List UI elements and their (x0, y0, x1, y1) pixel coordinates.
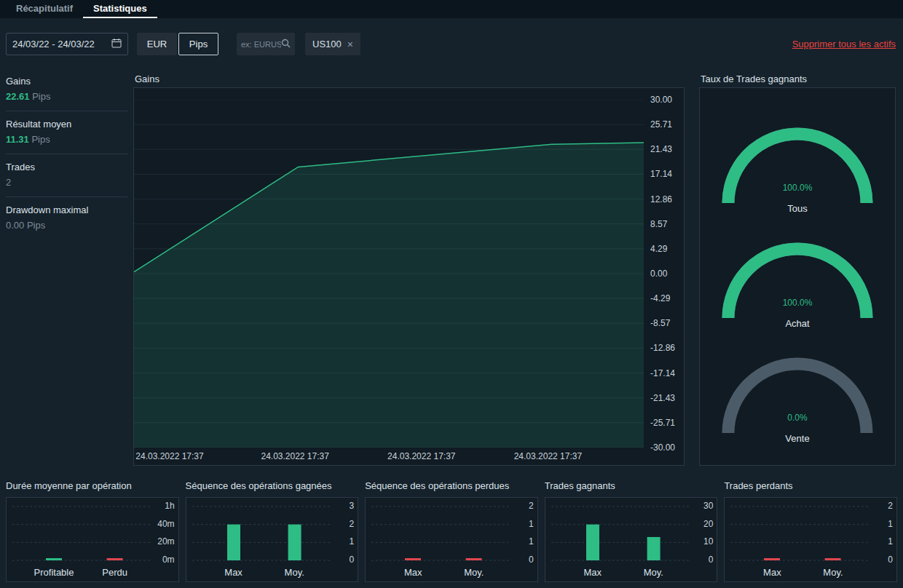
toolbar: 24/03/22 - 24/03/22 EUR Pips US100 × Sup… (6, 33, 896, 55)
date-range-input[interactable]: 24/03/22 - 24/03/22 (6, 33, 128, 55)
search-box[interactable] (237, 33, 295, 55)
mini-y-axis: 2110 (872, 502, 893, 566)
gauge-percentage: 0.0% (714, 413, 881, 423)
mini-chart-box: 3020100 MaxMoy. (545, 497, 718, 582)
stat-unit: Pips (31, 134, 50, 145)
clear-assets-link[interactable]: Supprimer tous les actifs (792, 39, 896, 49)
gauge-percentage: 100.0% (714, 298, 881, 308)
gains-x-axis: 24.03.2022 17:3724.03.2022 17:3724.03.20… (134, 448, 644, 465)
panel-trades-gagnants: Trades gagnants 3020100 MaxMoy. (545, 480, 718, 582)
gauge-label: Tous (714, 203, 881, 214)
panel-trades-perdants: Trades perdants 2110 MaxMoy. (724, 480, 897, 582)
mini-chart-box: 3210 MaxMoy. (186, 497, 359, 582)
mini-y-axis: 3210 (334, 502, 354, 566)
gauges-panel-title: Taux de Trades gagnants (701, 74, 807, 84)
stat-unit: Pips (32, 91, 50, 102)
asset-chip-label: US100 (312, 39, 342, 49)
mini-chart-box: 2110 MaxMoy. (365, 497, 538, 582)
mini-y-axis: 2110 (513, 502, 534, 566)
stat-label: Résultat moyen (6, 119, 127, 130)
win-rate-gauges-panel: 100.0% Tous 100.0% Achat 0.0% Vente (699, 87, 896, 466)
stat-drawdown-maximal: Drawdown maximal 0.00 Pips (6, 197, 127, 239)
mini-bar-chart (192, 502, 331, 566)
stat-label: Trades (6, 162, 127, 172)
mini-x-axis: ProfitablePerdu (12, 565, 151, 581)
calendar-icon[interactable] (111, 38, 122, 50)
stat-unit: Pips (27, 220, 45, 231)
mini-bar-chart (551, 502, 690, 566)
search-icon[interactable] (281, 39, 291, 50)
mini-x-axis: MaxMoy. (371, 565, 510, 581)
stat-resultat-moyen: Résultat moyen 11.31 Pips (6, 111, 127, 154)
mini-chart-title: Séquence des opérations gagnées (186, 480, 359, 492)
trading-statistics-app: { "colors": { "green": "#2ebd85", "red":… (0, 0, 903, 588)
mini-chart-box: 2110 MaxMoy. (724, 497, 897, 582)
gains-chart-title: Gains (135, 74, 159, 84)
gauge-vente: 0.0% Vente (714, 351, 881, 448)
mini-bar-chart (12, 502, 151, 566)
mini-chart-title: Trades perdants (724, 480, 897, 492)
gauge-percentage: 100.0% (714, 183, 881, 193)
stat-value: 22.61 (6, 91, 30, 102)
search-input[interactable] (241, 40, 281, 49)
gains-y-axis: 30.0025.7121.4317.1412.868.574.290.00-4.… (644, 100, 684, 448)
mini-y-axis: 1h40m20m0m (154, 502, 175, 566)
mini-chart-box: 1h40m20m0m ProfitablePerdu (6, 497, 179, 582)
stat-value: 0.00 (6, 220, 24, 231)
stat-label: Drawdown maximal (6, 204, 127, 215)
panel-duree-moyenne: Durée moyenne par opération 1h40m20m0m P… (6, 480, 179, 582)
gauge-tous: 100.0% Tous (714, 122, 881, 218)
panel-sequence-gagnees: Séquence des opérations gagnées 3210 Max… (186, 480, 359, 582)
bottom-charts-row: Durée moyenne par opération 1h40m20m0m P… (6, 480, 897, 582)
mini-bar-chart (730, 502, 869, 566)
gains-chart-panel: 30.0025.7121.4317.1412.868.574.290.00-4.… (133, 87, 685, 466)
date-range-value: 24/03/22 - 24/03/22 (12, 39, 95, 49)
stat-label: Gains (6, 76, 127, 87)
gauge-achat: 100.0% Achat (714, 237, 881, 333)
mini-chart-title: Séquence des opérations perdues (365, 480, 538, 492)
asset-chip[interactable]: US100 × (305, 33, 360, 55)
panel-sequence-perdues: Séquence des opérations perdues 2110 Max… (365, 480, 538, 582)
gains-area-chart (134, 100, 644, 448)
gauge-label: Vente (714, 433, 881, 444)
stats-sidebar: Gains 22.61 Pips Résultat moyen 11.31 Pi… (6, 68, 127, 239)
mini-bar-chart (371, 502, 510, 566)
gains-chart-plot (134, 100, 644, 448)
mini-x-axis: MaxMoy. (551, 565, 690, 581)
currency-button[interactable]: EUR (137, 33, 177, 55)
stat-trades: Trades 2 (6, 154, 127, 197)
stat-value: 11.31 (6, 134, 29, 145)
tabs-bar: Récapitulatif Statistiques (0, 0, 903, 18)
pips-button[interactable]: Pips (178, 33, 218, 55)
mini-chart-title: Trades gagnants (545, 480, 718, 492)
mini-chart-title: Durée moyenne par opération (6, 480, 179, 492)
stat-gains: Gains 22.61 Pips (6, 68, 127, 111)
gauge-label: Achat (714, 318, 881, 329)
chip-close-icon[interactable]: × (347, 39, 353, 50)
stat-value: 2 (6, 177, 11, 188)
mini-x-axis: MaxMoy. (192, 565, 331, 581)
tab-statistiques[interactable]: Statistiques (83, 0, 157, 18)
mini-y-axis: 3020100 (693, 502, 713, 566)
tab-recapitulatif[interactable]: Récapitulatif (6, 0, 83, 18)
mini-x-axis: MaxMoy. (730, 565, 869, 581)
